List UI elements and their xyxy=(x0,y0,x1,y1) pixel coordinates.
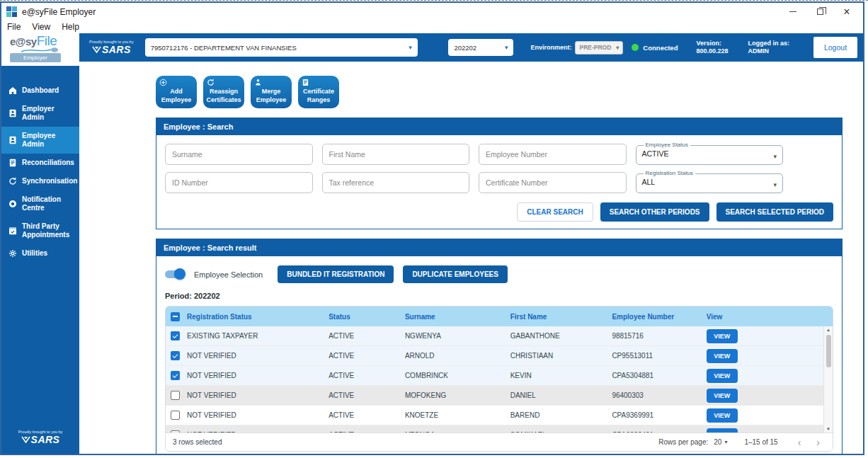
reassign-certificates-button[interactable]: Reassign Certificates xyxy=(203,76,244,108)
menu-bar: FileViewHelp xyxy=(1,21,863,33)
sidebar-item-employee-admin[interactable]: Employee Admin xyxy=(1,127,79,154)
scroll-up-icon[interactable]: ▲ xyxy=(826,328,830,332)
top-banner: Proudly brought to you by SARS 795071217… xyxy=(79,33,863,62)
sidebar-footer-logo: Proudly brought to you by SARS xyxy=(1,430,79,445)
cell-registration-status: NOT VERIFIED xyxy=(187,411,329,419)
row-checkbox[interactable] xyxy=(171,331,180,340)
close-button[interactable]: × xyxy=(833,4,860,20)
view-button[interactable]: VIEW xyxy=(707,389,738,403)
table-footer: 3 rows selected Rows per page: 20 ▾ 1–15… xyxy=(166,433,833,451)
sidebar-item-reconciliations[interactable]: Reconciliations xyxy=(1,154,79,172)
app-icon xyxy=(6,6,17,17)
sync-icon xyxy=(8,177,17,185)
search-panel-title: Employee : Search xyxy=(156,118,842,135)
table-row: NOT VERIFIED ACTIVE NTONGA SOMIKAZI CPA6… xyxy=(166,425,833,433)
view-button[interactable]: VIEW xyxy=(707,408,738,423)
id-card-icon xyxy=(8,109,17,118)
rows-selected-text: 3 rows selected xyxy=(173,438,222,446)
registration-status-select[interactable]: Registration Status ALL ▾ xyxy=(636,172,784,193)
id-number-input[interactable] xyxy=(165,172,313,193)
sidebar-item-label: Employee Admin xyxy=(22,132,76,149)
action-button-label: Certificate Ranges xyxy=(303,88,334,103)
period-select[interactable]: 202202 ▾ xyxy=(448,39,513,56)
view-button[interactable]: VIEW xyxy=(707,329,738,343)
version-value: 800.00.228 xyxy=(696,47,728,55)
sidebar-item-utilities[interactable]: Utilities xyxy=(1,244,79,263)
company-select[interactable]: 7950712176 - DEPARTEMENT VAN FINANSIES ▾ xyxy=(145,38,418,57)
sync-icon xyxy=(207,79,215,86)
row-checkbox[interactable] xyxy=(171,351,180,360)
column-first-name: First Name xyxy=(510,313,612,321)
search-other-periods-button[interactable]: SEARCH OTHER PERIODS xyxy=(600,202,709,222)
sidebar-item-label: Synchronisation xyxy=(22,177,77,185)
clear-search-button[interactable]: CLEAR SEARCH xyxy=(517,202,593,222)
cell-employee-number: CPA5304881 xyxy=(612,372,706,379)
select-all-checkbox[interactable] xyxy=(171,312,180,321)
cell-surname: MOFOKENG xyxy=(405,391,510,399)
logo-block: e@syFile Employer xyxy=(1,33,79,66)
title-bar: e@syFile Employer × xyxy=(1,3,863,21)
row-checkbox[interactable] xyxy=(171,411,180,420)
cell-status: ACTIVE xyxy=(329,372,405,379)
cell-status: ACTIVE xyxy=(329,332,405,340)
logout-button[interactable]: Logout xyxy=(813,37,857,58)
minimize-icon xyxy=(789,11,796,12)
row-checkbox[interactable] xyxy=(171,371,180,380)
tax-reference-input[interactable] xyxy=(322,172,470,193)
column-status: Status xyxy=(329,313,405,321)
minimize-button[interactable] xyxy=(780,4,806,20)
window-controls: × xyxy=(780,4,860,20)
environment-select[interactable]: PRE-PROD ▾ xyxy=(575,41,623,55)
easyfile-logo: e@syFile xyxy=(10,35,57,47)
first-name-input[interactable] xyxy=(322,144,470,165)
surname-input[interactable] xyxy=(165,144,313,165)
sidebar-item-employer-admin[interactable]: Employer Admin xyxy=(1,100,79,127)
certificate-number-input[interactable] xyxy=(479,172,627,193)
sidebar-item-label: Dashboard xyxy=(22,86,59,95)
view-button[interactable]: VIEW xyxy=(707,349,738,363)
version-block: Version: 800.00.228 xyxy=(696,40,728,56)
cell-first-name: GABANTHONE xyxy=(510,332,612,340)
bundled-it-registration-button[interactable]: BUNDLED IT REGISTRATION xyxy=(278,265,394,283)
employee-selection-toggle[interactable] xyxy=(165,270,185,278)
employee-number-input[interactable] xyxy=(479,144,627,165)
chevron-down-icon: ▾ xyxy=(724,439,727,445)
sidebar-item-notification-centre[interactable]: Notification Centre xyxy=(1,190,79,217)
cell-registration-status: NOT VERIFIED xyxy=(187,372,329,379)
scroll-down-icon[interactable]: ▼ xyxy=(826,427,830,431)
search-selected-period-button[interactable]: SEARCH SELECTED PERIOD xyxy=(716,202,833,222)
previous-page-button[interactable]: ‹ xyxy=(792,437,807,447)
cell-status: ACTIVE xyxy=(329,391,405,399)
cell-registration-status: EXISTING TAXPAYER xyxy=(187,332,329,340)
restore-button[interactable] xyxy=(806,4,833,20)
view-button[interactable]: VIEW xyxy=(707,369,738,383)
add-employee-button[interactable]: Add Employee xyxy=(156,76,197,108)
scrollbar-thumb[interactable] xyxy=(826,335,831,367)
registration-status-label: Registration Status xyxy=(644,172,696,175)
next-page-button[interactable]: › xyxy=(811,437,826,447)
sidebar-item-dashboard[interactable]: Dashboard xyxy=(1,81,79,100)
calendar-check-icon xyxy=(8,227,17,235)
cell-employee-number: CPA9369991 xyxy=(612,411,706,419)
menu-help[interactable]: Help xyxy=(62,22,79,32)
duplicate-employees-button[interactable]: DUPLICATE EMPLOYEES xyxy=(403,265,508,283)
merge-employee-button[interactable]: Merge Employee xyxy=(251,76,292,108)
registration-status-value: ALL xyxy=(642,178,656,186)
menu-view[interactable]: View xyxy=(32,22,50,32)
sidebar-item-label: Utilities xyxy=(22,249,47,258)
sidebar-item-synchronisation[interactable]: Synchronisation xyxy=(1,172,79,190)
rows-per-page-select[interactable]: 20 ▾ xyxy=(714,438,727,446)
certificate-ranges-button[interactable]: Certificate Ranges xyxy=(298,76,339,108)
home-icon xyxy=(8,86,17,95)
period-label: Period: 202202 xyxy=(165,292,833,300)
close-icon: × xyxy=(843,6,850,18)
employee-status-select[interactable]: Employee Status ACTIVE ▾ xyxy=(636,144,784,165)
table-scrollbar[interactable]: ▲ ▼ xyxy=(823,326,833,433)
app-window: e@syFile Employer × FileViewHelp e@syFil… xyxy=(0,1,864,455)
circle-dot-icon xyxy=(8,200,17,208)
chevron-down-icon: ▾ xyxy=(773,153,777,160)
sidebar-item-third-party-appointments[interactable]: Third Party Appointments xyxy=(1,217,79,244)
row-checkbox[interactable] xyxy=(171,391,180,400)
cell-employee-number: 96400303 xyxy=(612,391,706,399)
menu-file[interactable]: File xyxy=(7,22,21,32)
